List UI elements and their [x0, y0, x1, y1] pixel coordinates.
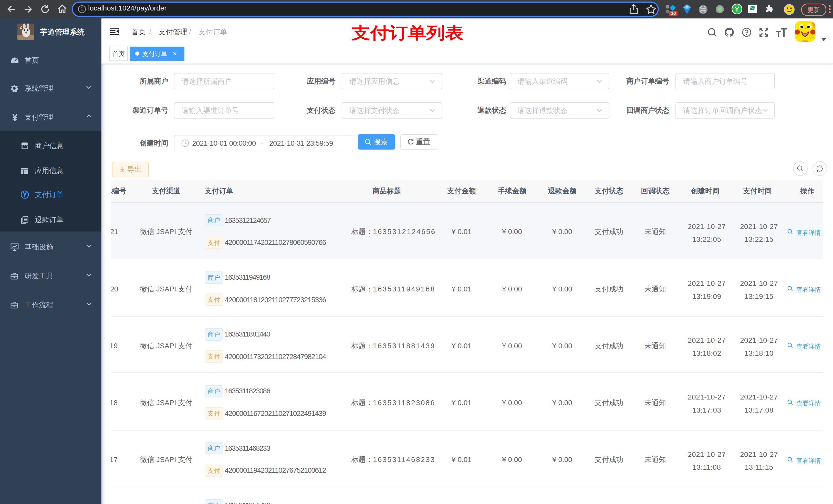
svg-text:¥: ¥: [12, 113, 18, 122]
svg-text:¥: ¥: [23, 191, 27, 198]
